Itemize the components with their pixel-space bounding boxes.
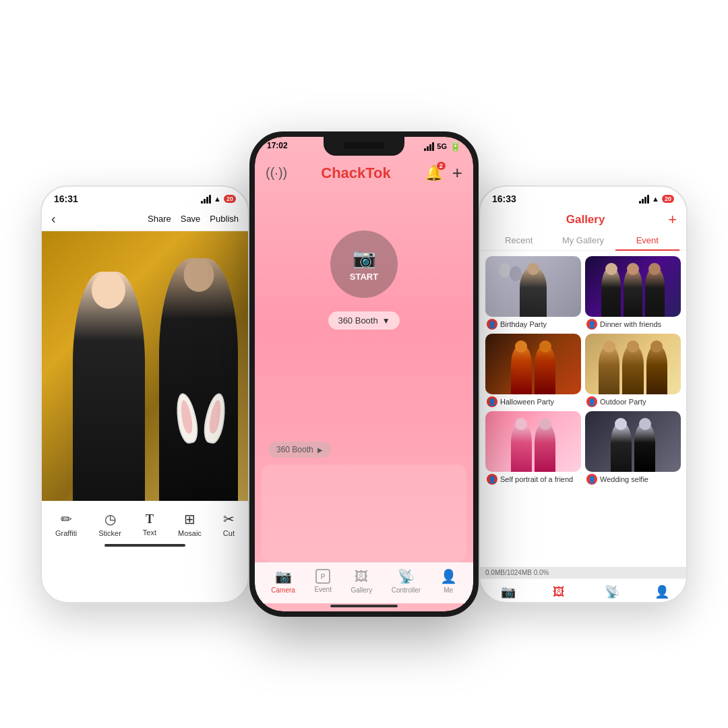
nav-camera[interactable]: 📷 Camera — [271, 568, 295, 594]
gallery-nav-icon: 🖼 — [355, 569, 368, 584]
outdoor-name: Outdoor Party — [600, 398, 646, 406]
notification-bell[interactable]: 🔔 2 — [425, 164, 443, 182]
app-name: ChackTok — [321, 164, 391, 182]
start-area: 📷 START 360 Booth ▼ — [255, 190, 473, 431]
tab-recent[interactable]: Recent — [487, 231, 551, 250]
dinner-name: Dinner with friends — [600, 320, 661, 328]
woman-right-figure — [159, 258, 237, 501]
selfie-name: Self portrait of a friend — [500, 475, 573, 483]
right-bottom-nav: 📷 Camera 🖼 Gallery 📡 Controller 👤 Me — [480, 578, 686, 603]
booth-tag-label: 360 Booth — [276, 445, 313, 454]
left-top-bar: ‹ Share Save Publish — [42, 207, 248, 231]
booth-label: 360 Booth — [338, 315, 377, 326]
broadcast-icon: ((·)) — [266, 165, 287, 181]
event-nav-icon: P — [315, 569, 330, 584]
left-phone: 16:31 ▲ 20 ‹ Share Save Publish — [40, 185, 249, 603]
left-status-icons: ▲ 20 — [201, 195, 236, 204]
battery-icon: 🔋 — [450, 141, 461, 152]
center-home-indicator — [330, 605, 398, 607]
graffiti-tool[interactable]: ✏ Graffiti — [55, 511, 77, 537]
dinner-people — [585, 268, 681, 317]
bottom-toolbar: ✏ Graffiti ◷ Sticker T Text ⊞ Mosaic ✂ C… — [42, 501, 248, 541]
network-type: 5G — [437, 142, 447, 150]
gallery-item-dinner: 👤 Dinner with friends — [585, 256, 681, 330]
outdoor-figure-3 — [646, 346, 667, 394]
wedding-thumb[interactable] — [585, 411, 681, 472]
right-nav-me[interactable]: 👤 Me — [655, 584, 669, 603]
selfie-avatar: 👤 — [487, 474, 497, 485]
cut-icon: ✂ — [223, 511, 235, 527]
woman-left-figure — [73, 272, 145, 501]
center-signal-icon — [424, 142, 434, 151]
right-time: 16:33 — [492, 193, 516, 204]
birthday-name: Birthday Party — [500, 320, 547, 328]
start-button[interactable]: 📷 START — [330, 231, 398, 298]
nav-event[interactable]: P Event — [314, 569, 332, 593]
mosaic-tool[interactable]: ⊞ Mosaic — [178, 511, 202, 537]
dinner-thumb[interactable] — [585, 256, 681, 317]
birthday-footer: 👤 Birthday Party — [485, 319, 581, 330]
nav-controller[interactable]: 📡 Controller — [392, 568, 421, 594]
outdoor-people — [585, 346, 681, 394]
birthday-figure — [520, 268, 547, 317]
halloween-figure-2 — [535, 346, 555, 394]
selfie-footer: 👤 Self portrait of a friend — [485, 474, 581, 485]
tab-my-gallery[interactable]: My Gallery — [551, 231, 615, 250]
text-tool[interactable]: T Text — [143, 512, 156, 537]
text-label: Text — [143, 528, 156, 537]
save-button[interactable]: Save — [181, 214, 201, 224]
gallery-item-selfie: 👤 Self portrait of a friend — [485, 411, 581, 485]
right-controller-icon: 📡 — [605, 584, 619, 599]
tab-event[interactable]: Event — [615, 231, 679, 251]
top-actions: Share Save Publish — [148, 214, 239, 224]
gallery-add-button[interactable]: + — [668, 211, 677, 229]
right-nav-camera[interactable]: 📷 Camera — [497, 584, 521, 603]
wedding-name: Wedding selfie — [600, 475, 648, 483]
controller-nav-label: Controller — [392, 586, 421, 594]
outdoor-bg — [585, 334, 681, 394]
nav-me[interactable]: 👤 Me — [440, 568, 457, 594]
right-nav-gallery[interactable]: 🖼 Gallery — [549, 585, 570, 604]
add-button[interactable]: + — [452, 162, 462, 183]
birthday-thumb[interactable] — [485, 256, 581, 317]
camera-nav-icon: 📷 — [275, 568, 292, 584]
birthday-bg — [485, 256, 581, 317]
mosaic-label: Mosaic — [178, 529, 202, 537]
right-notification-badge: 20 — [662, 195, 674, 203]
me-nav-icon: 👤 — [440, 568, 457, 584]
bell-badge: 2 — [437, 162, 446, 170]
signal-icon — [201, 195, 211, 204]
gallery-tabs: Recent My Gallery Event — [480, 231, 686, 251]
wedding-bg — [585, 411, 681, 472]
start-label: START — [350, 272, 378, 282]
halloween-avatar: 👤 — [487, 396, 497, 407]
center-status-icons: 5G 🔋 — [424, 141, 461, 152]
sticker-tool[interactable]: ◷ Sticker — [98, 511, 121, 537]
gallery-row-3: 👤 Self portrait of a friend — [485, 411, 681, 485]
notch-area: 17:02 5G 🔋 — [255, 137, 473, 158]
right-content: Gallery + Recent My Gallery Event — [480, 207, 686, 603]
sticker-icon: ◷ — [104, 511, 116, 527]
gallery-nav-label: Gallery — [351, 586, 373, 594]
dinner-bg — [585, 256, 681, 317]
dinner-figure-2 — [624, 268, 642, 317]
share-button[interactable]: Share — [148, 214, 171, 224]
publish-button[interactable]: Publish — [210, 214, 239, 224]
nav-gallery[interactable]: 🖼 Gallery — [351, 569, 373, 594]
selfie-thumb[interactable] — [485, 411, 581, 472]
back-button[interactable]: ‹ — [51, 211, 56, 226]
right-camera-icon: 📷 — [501, 584, 516, 599]
booth-selector[interactable]: 360 Booth ▼ — [328, 311, 399, 330]
ear-left — [173, 392, 201, 445]
cut-tool[interactable]: ✂ Cut — [223, 511, 235, 537]
selfie-figure-1 — [511, 423, 532, 472]
halloween-thumb[interactable] — [485, 334, 581, 394]
controller-nav-icon: 📡 — [398, 568, 415, 584]
center-screen: 17:02 5G 🔋 ((·)) Cha — [255, 137, 473, 611]
wedding-footer: 👤 Wedding selfie — [585, 474, 681, 485]
right-nav-controller[interactable]: 📡 Controller — [598, 584, 627, 603]
gallery-grid: 👤 Birthday Party — [480, 251, 686, 567]
center-phone: 17:02 5G 🔋 ((·)) Cha — [249, 131, 479, 617]
outdoor-thumb[interactable] — [585, 334, 681, 394]
booth-tag[interactable]: 360 Booth ▶ — [268, 442, 331, 458]
